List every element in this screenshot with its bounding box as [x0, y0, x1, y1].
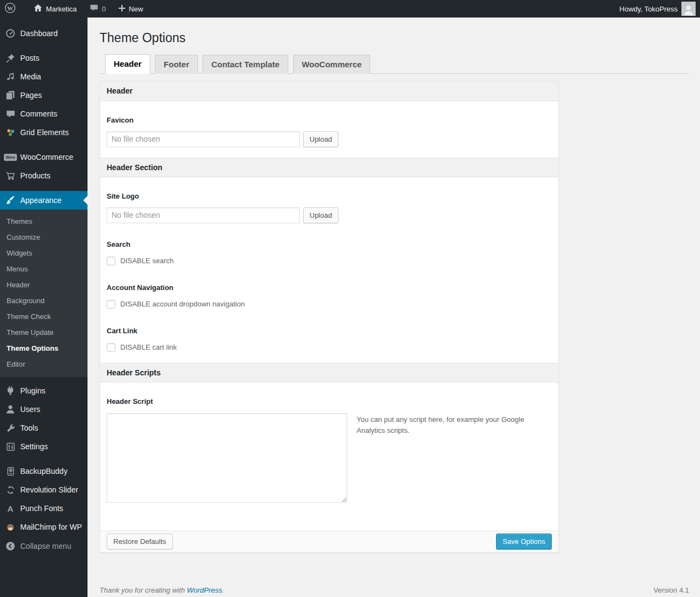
site-logo-file-input[interactable] — [107, 207, 300, 223]
version-text: Version 4.1 — [654, 586, 689, 594]
header-options-panel: Header Favicon Upload Header Section Sit… — [100, 81, 559, 553]
admin-footer: Thank you for creating with WordPress. V… — [100, 586, 689, 594]
appearance-submenu: Themes Customize Widgets Menus Header Ba… — [0, 210, 88, 377]
wrench-icon — [5, 422, 16, 433]
wordpress-logo-menu[interactable]: W — [0, 0, 20, 18]
favicon-label: Favicon — [107, 116, 552, 124]
submenu-item-theme-check[interactable]: Theme Check — [0, 309, 88, 324]
submenu-item-editor[interactable]: Editor — [0, 356, 88, 372]
page-title: Theme Options — [100, 18, 689, 47]
sidebar-item-comments[interactable]: Comments — [0, 105, 88, 123]
howdy-account-link[interactable]: Howdy, TokoPress — [620, 5, 678, 13]
woocommerce-badge-icon: Woo — [5, 152, 16, 163]
tab-woocommerce[interactable]: WooCommerce — [293, 55, 371, 74]
admin-bar: W Marketica 0 New Howdy, TokoPress — [0, 0, 700, 18]
sidebar-item-label: Settings — [20, 442, 48, 451]
header-scripts-bar: Header Scripts — [100, 363, 558, 382]
sidebar-item-grid-elements[interactable]: Grid Elements — [0, 123, 88, 142]
svg-text:W: W — [7, 5, 13, 11]
submenu-item-header[interactable]: Header — [0, 277, 88, 293]
user-avatar[interactable] — [681, 2, 696, 16]
sidebar-item-label: WooCommerce — [20, 153, 73, 161]
sidebar-item-label: Revolution Slider — [20, 485, 78, 494]
pin-icon — [5, 53, 16, 63]
footer-thanks-text: Thank you for creating with WordPress. — [100, 586, 224, 594]
admin-sidebar: Dashboard Posts Media Pages Comments Gri… — [0, 18, 88, 597]
plus-icon — [118, 4, 126, 14]
sidebar-item-backupbuddy[interactable]: BackupBuddy — [0, 462, 88, 480]
submenu-item-menus[interactable]: Menus — [0, 261, 88, 277]
sidebar-item-label: Products — [20, 171, 50, 180]
wordpress-logo-icon: W — [4, 2, 16, 15]
comments-icon — [5, 108, 16, 119]
restore-defaults-button[interactable]: Restore Defaults — [107, 534, 173, 549]
home-icon — [33, 3, 43, 14]
sidebar-item-tools[interactable]: Tools — [0, 419, 88, 437]
header-script-textarea[interactable] — [107, 413, 347, 503]
favicon-file-input[interactable] — [107, 131, 300, 147]
letter-a-icon: A — [5, 503, 16, 514]
header-script-help-text: You can put any script here, for example… — [357, 413, 526, 503]
submenu-item-background[interactable]: Background — [0, 293, 88, 309]
media-icon — [5, 71, 16, 82]
pages-icon — [5, 90, 16, 101]
cart-icon — [5, 170, 16, 181]
submenu-item-theme-update[interactable]: Theme Update — [0, 324, 88, 340]
sidebar-item-label: Appearance — [20, 196, 62, 205]
site-link[interactable]: Marketica — [29, 0, 81, 18]
sidebar-item-mailchimp[interactable]: MailChimp for WP — [0, 518, 88, 536]
sidebar-item-products[interactable]: Products — [0, 166, 88, 185]
collapse-menu-button[interactable]: Collapse menu — [0, 537, 88, 555]
submenu-item-customize[interactable]: Customize — [0, 229, 88, 245]
sidebar-item-label: Tools — [20, 424, 38, 432]
tab-contact-template[interactable]: Contact Template — [202, 55, 288, 74]
theme-options-tabs: Header Footer Contact Template WooCommer… — [100, 54, 689, 74]
cart-link-label: Cart Link — [107, 327, 552, 335]
mailchimp-monkey-icon — [5, 521, 16, 532]
submenu-item-theme-options[interactable]: Theme Options — [0, 340, 88, 356]
sidebar-item-users[interactable]: Users — [0, 400, 88, 419]
new-content-menu[interactable]: New — [114, 0, 148, 18]
sidebar-item-settings[interactable]: Settings — [0, 437, 88, 456]
sidebar-item-label: Comments — [20, 109, 57, 118]
sidebar-item-dashboard[interactable]: Dashboard — [0, 24, 88, 43]
submenu-item-widgets[interactable]: Widgets — [0, 245, 88, 261]
sidebar-item-label: Collapse menu — [20, 542, 71, 550]
disable-cart-link-checkbox[interactable] — [107, 343, 115, 352]
sidebar-item-label: Plugins — [20, 386, 45, 395]
sidebar-item-woocommerce[interactable]: Woo WooCommerce — [0, 148, 88, 166]
submenu-item-themes[interactable]: Themes — [0, 213, 88, 229]
comments-shortcut[interactable]: 0 — [85, 0, 110, 18]
sidebar-item-pages[interactable]: Pages — [0, 86, 88, 105]
disable-search-checkbox[interactable] — [107, 257, 115, 265]
thanks-prefix: Thank you for creating with — [100, 586, 187, 594]
settings-icon — [5, 441, 16, 452]
disable-account-nav-text: DISABLE account dropdown navigation — [120, 300, 245, 308]
letter-a-glyph: A — [8, 504, 14, 513]
panel-footer: Restore Defaults Save Options — [100, 531, 558, 552]
disable-cart-link-text: DISABLE cart link — [120, 343, 177, 351]
sidebar-item-label: Posts — [20, 54, 39, 62]
sidebar-item-media[interactable]: Media — [0, 67, 88, 86]
tab-header[interactable]: Header — [105, 54, 150, 74]
disable-account-nav-checkbox[interactable] — [107, 300, 115, 309]
sidebar-item-label: BackupBuddy — [20, 467, 67, 476]
sidebar-item-label: Punch Fonts — [20, 504, 63, 513]
search-label: Search — [107, 240, 552, 248]
sidebar-item-punch-fonts[interactable]: A Punch Fonts — [0, 499, 88, 518]
save-options-button[interactable]: Save Options — [496, 534, 552, 549]
sidebar-item-posts[interactable]: Posts — [0, 49, 88, 67]
site-logo-upload-button[interactable]: Upload — [303, 207, 339, 223]
plugin-icon — [5, 385, 16, 396]
main-content: Theme Options Header Footer Contact Temp… — [88, 18, 700, 597]
favicon-upload-button[interactable]: Upload — [303, 131, 339, 147]
sidebar-item-plugins[interactable]: Plugins — [0, 381, 88, 400]
tab-footer[interactable]: Footer — [155, 55, 198, 74]
sidebar-item-label: Media — [20, 72, 41, 81]
panel-title-bar: Header — [100, 82, 558, 101]
backup-drive-icon — [5, 466, 16, 477]
wordpress-link[interactable]: WordPress — [187, 586, 222, 594]
sidebar-item-revolution-slider[interactable]: Revolution Slider — [0, 480, 88, 499]
sidebar-item-appearance[interactable]: Appearance — [0, 191, 88, 210]
collapse-arrow-icon — [5, 541, 16, 552]
